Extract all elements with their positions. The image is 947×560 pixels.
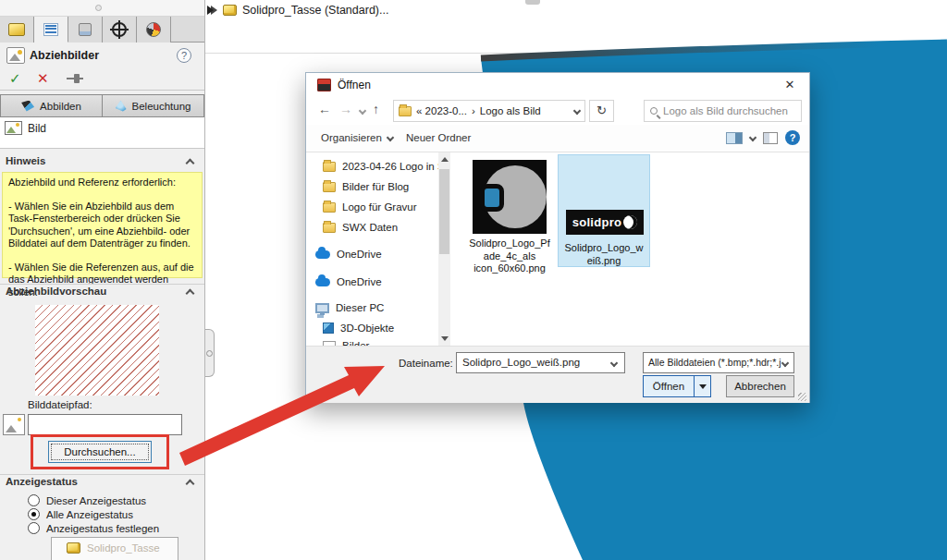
- tree-item-dieser-pc[interactable]: Dieser PC: [315, 302, 384, 313]
- breadcrumb-dropdown-icon[interactable]: [573, 107, 581, 115]
- dialog-titlebar[interactable]: Öffnen ✕: [306, 73, 809, 97]
- panel-splitter-handle[interactable]: [204, 329, 215, 377]
- filetype-combobox[interactable]: Alle Bilddateien (*.bmp;*.hdr;*.j: [643, 352, 794, 373]
- new-folder-button[interactable]: Neuer Ordner: [406, 132, 471, 143]
- feature-tree-title[interactable]: Solidpro_Tasse (Standard)...: [242, 4, 388, 17]
- breadcrumb[interactable]: « 2023-0... › Logo als Bild: [393, 100, 585, 122]
- view-mode-dropdown-icon[interactable]: [749, 134, 756, 141]
- tab-featuremanager[interactable]: [0, 17, 34, 43]
- hint-paragraph: Abziehbild und Referenz erforderlich:: [8, 177, 196, 189]
- tree-item-label: SWX Daten: [342, 222, 398, 233]
- tree-item-folder[interactable]: Logo für Gravur: [323, 201, 417, 213]
- image-selection-row[interactable]: Bild: [0, 117, 204, 149]
- tree-item-3d-objekte[interactable]: 3D-Objekte: [323, 323, 394, 334]
- refresh-button[interactable]: ↻: [589, 100, 614, 122]
- resize-grip[interactable]: [798, 393, 806, 401]
- organize-label: Organisieren: [321, 132, 382, 143]
- tab-displaymanager[interactable]: [137, 17, 171, 43]
- image-path-icon: [3, 414, 25, 435]
- flyout-tree-item[interactable]: Solidpro_Tasse: [51, 537, 178, 560]
- breadcrumb-current[interactable]: Logo als Bild: [480, 105, 541, 116]
- section-anzeigestatus[interactable]: Anzeigestatus: [0, 474, 204, 491]
- file-item-selected[interactable]: solidpro Solidpro_Logo_w eiß.png: [558, 154, 650, 267]
- cancel-icon[interactable]: ✕: [37, 70, 49, 87]
- dimxpert-icon: [112, 22, 127, 37]
- tree-item-onedrive[interactable]: OneDrive: [315, 276, 382, 287]
- image-path-label: Bilddateipfad:: [28, 399, 92, 410]
- view-mode-icon[interactable]: [726, 132, 743, 144]
- panel-flyout-arrow[interactable]: [207, 6, 214, 15]
- tree-item-folder[interactable]: Bilder für Blog: [323, 181, 409, 192]
- tree-item-label: OneDrive: [337, 249, 382, 260]
- radio-icon[interactable]: [28, 494, 40, 506]
- preview-pane-icon[interactable]: [763, 132, 778, 144]
- section-hinweis[interactable]: Hinweis: [0, 154, 204, 171]
- filename-value: Solidpro_Logo_weiß.png: [462, 357, 580, 368]
- open-split-icon[interactable]: [694, 376, 710, 396]
- tree-scrollbar[interactable]: [438, 152, 450, 346]
- displaymanager-icon: [146, 22, 161, 37]
- organize-menu[interactable]: Organisieren: [321, 132, 393, 143]
- filename-label: Dateiname:: [399, 358, 453, 369]
- collapse-icon[interactable]: [186, 289, 195, 298]
- file-thumbnail[interactable]: [473, 160, 547, 234]
- collapse-icon[interactable]: [186, 480, 195, 489]
- feature-tree-root[interactable]: Solidpro_Tasse (Standard)...: [211, 4, 388, 17]
- tree-item-onedrive[interactable]: OneDrive: [315, 249, 382, 260]
- tab-propertymanager[interactable]: [34, 17, 68, 43]
- help-icon[interactable]: ?: [177, 48, 191, 63]
- scrollbar-thumb[interactable]: [439, 169, 449, 254]
- vorschau-title: Abziehbildvorschau: [6, 286, 106, 297]
- cancel-button[interactable]: Abbrechen: [726, 375, 794, 397]
- file-thumbnail[interactable]: solidpro: [566, 210, 644, 235]
- scroll-down-icon[interactable]: [441, 336, 449, 341]
- abbilden-label: Abbilden: [40, 101, 81, 112]
- filename-dropdown-icon[interactable]: [610, 359, 618, 367]
- open-button[interactable]: Öffnen: [643, 375, 711, 397]
- panel-grip[interactable]: [95, 5, 102, 11]
- folder-icon: [323, 162, 336, 172]
- up-icon[interactable]: ↑: [373, 102, 379, 116]
- panel-top-strip: [0, 0, 204, 17]
- folder-icon: [323, 182, 336, 192]
- filetype-dropdown-icon[interactable]: [781, 359, 789, 367]
- radio-label: Anzeigestatus festlegen: [46, 523, 159, 534]
- radio-anzeigestatus-festlegen[interactable]: Anzeigestatus festlegen: [28, 522, 159, 534]
- breadcrumb-prefix[interactable]: « 2023-0...: [416, 105, 467, 116]
- ok-icon[interactable]: ✓: [9, 70, 21, 87]
- tree-item-label: 2023-04-26 Logo in S: [342, 161, 445, 172]
- file-name-line: ade_4c_als: [463, 250, 556, 263]
- radio-dieser-anzeigestatus[interactable]: Dieser Anzeigestatus: [28, 494, 146, 506]
- radio-icon[interactable]: [28, 522, 40, 534]
- collapse-icon[interactable]: [186, 159, 195, 168]
- tree-item-folder[interactable]: 2023-04-26 Logo in S: [323, 161, 445, 172]
- close-icon[interactable]: ✕: [778, 76, 802, 94]
- image-path-input[interactable]: [28, 414, 182, 435]
- radio-alle-anzeigestatus[interactable]: Alle Anzeigestatus: [28, 508, 133, 520]
- featuremanager-icon: [8, 23, 25, 36]
- panel-header: Abziehbilder ?: [0, 46, 204, 68]
- recent-locations-icon[interactable]: [359, 107, 366, 115]
- tab-dimxpert[interactable]: [103, 17, 137, 43]
- back-icon[interactable]: ←: [318, 102, 331, 116]
- tree-item-folder[interactable]: SWX Daten: [323, 222, 398, 233]
- filename-combobox[interactable]: Solidpro_Logo_weiß.png: [456, 352, 625, 373]
- propertymanager-icon: [43, 23, 58, 36]
- search-box[interactable]: Logo als Bild durchsuchen: [644, 100, 802, 122]
- view-controls: ?: [726, 130, 800, 145]
- 3d-objects-icon: [323, 323, 334, 334]
- property-manager-panel: Abziehbilder ? ✓ ✕ Abbilden Beleuchtung …: [0, 0, 205, 560]
- abbilden-icon: [21, 101, 34, 112]
- tab-configurationmanager[interactable]: [68, 17, 103, 43]
- tab-abbilden[interactable]: Abbilden: [0, 94, 102, 117]
- anzeigestatus-title: Anzeigestatus: [6, 476, 78, 487]
- file-item[interactable]: Solidpro_Logo_Pf ade_4c_als icon_60x60.p…: [463, 160, 556, 275]
- radio-icon-checked[interactable]: [28, 508, 40, 520]
- section-abziehbildvorschau[interactable]: Abziehbildvorschau: [0, 284, 204, 300]
- forward-icon[interactable]: →: [339, 102, 352, 116]
- scroll-up-icon[interactable]: [441, 157, 449, 162]
- pin-icon[interactable]: [67, 74, 83, 83]
- tab-beleuchtung[interactable]: Beleuchtung: [102, 94, 204, 117]
- folder-icon: [399, 106, 412, 116]
- dialog-help-icon[interactable]: ?: [785, 130, 800, 145]
